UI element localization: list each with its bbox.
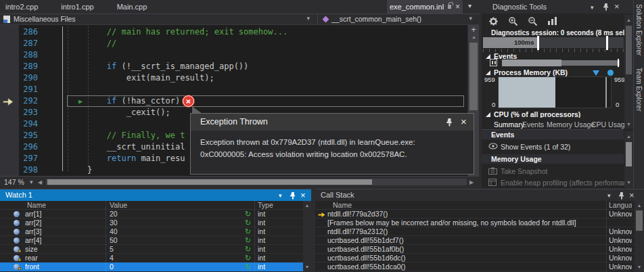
call-stack-frame[interactable]: ucrtbased.dll!55b1dcf7()Unknown (315, 236, 635, 245)
tab-intro1-cpp[interactable]: intro1.cpp (61, 0, 93, 14)
chevron-down-icon[interactable]: ▾ (591, 4, 594, 11)
filter-triangle-icon[interactable] (593, 70, 599, 76)
watch-row[interactable]: front0↻int (0, 263, 303, 271)
diag-tab-cpu-usage[interactable]: CPU Usage (591, 120, 628, 129)
expander-icon[interactable] (486, 112, 490, 117)
editor-horizontal-scrollbar[interactable] (46, 179, 467, 185)
close-icon[interactable]: × (455, 3, 460, 10)
pin-icon[interactable] (603, 3, 610, 12)
diag-tab-events[interactable]: Events (522, 120, 544, 129)
watch-value[interactable]: 4 (110, 254, 114, 262)
scrollbar-thumb[interactable] (626, 26, 632, 74)
refresh-icon[interactable]: ↻ (245, 227, 251, 235)
scroll-up-icon[interactable]: ▲ (635, 203, 644, 208)
chevron-down-icon[interactable]: ▾ (468, 2, 472, 9)
watch-value[interactable]: 0 (110, 263, 114, 271)
diagnostic-graphs-scrollbar[interactable]: ▲ ▼ (624, 15, 633, 129)
call-stack-scrollbar[interactable]: ▲ ▼ (635, 201, 644, 272)
scope-dropdown[interactable]: __scrt_common_main_seh() ▾ (317, 14, 479, 24)
scrollbar-thumb[interactable] (469, 43, 478, 110)
column-divider[interactable] (606, 201, 607, 272)
scroll-down-icon[interactable]: ▼ (624, 122, 633, 127)
chevron-down-icon[interactable]: ▾ (279, 192, 282, 199)
call-stack-frame[interactable]: ucrtbased.dll!55b1d6dc()Unknown (315, 254, 635, 263)
watch-value[interactable]: 20 (110, 210, 118, 218)
call-stack-frame[interactable]: ntdll.dll!779a2d37()Unknown (315, 210, 635, 219)
pin-icon[interactable] (290, 191, 296, 201)
split-handle-icon[interactable]: + (469, 26, 478, 34)
watch-row[interactable]: arr[4]50↻int (0, 236, 303, 245)
scroll-up-icon[interactable]: ▲ (468, 35, 479, 39)
watch-name[interactable]: arr[3] (25, 227, 42, 235)
diag-tab-memory-usage[interactable]: Memory Usage (547, 120, 595, 129)
cpu-section-header[interactable]: CPU (% of all processors) (482, 110, 624, 118)
watch-value[interactable]: 50 (110, 236, 118, 244)
watch-name[interactable]: size (25, 245, 38, 253)
watch-row[interactable]: size5↻int (0, 245, 303, 254)
refresh-icon[interactable]: ↻ (245, 245, 251, 253)
tab-main-cpp[interactable]: Main.cpp (117, 0, 147, 14)
scrollbar-thumb[interactable] (626, 142, 632, 166)
tab-intro2-cpp[interactable]: intro2.cpp (5, 0, 38, 14)
call-stack-frame[interactable]: ucrtbased.dll!55b1dca0()Unknown (315, 263, 635, 271)
column-header-name[interactable]: Name (333, 201, 352, 209)
watch-name[interactable]: arr[2] (25, 219, 42, 227)
watch-row[interactable]: arr[1]20↻int (0, 210, 303, 219)
timeline-track[interactable] (538, 37, 624, 48)
zoom-out-icon[interactable] (528, 16, 538, 28)
run-to-cursor-icon[interactable]: ▶ (78, 95, 83, 107)
sidebar-tab-team-explorer[interactable]: Team Explorer (635, 68, 643, 111)
refresh-icon[interactable]: ↻ (245, 219, 251, 227)
close-icon[interactable]: × (300, 190, 306, 200)
timeline-marker[interactable] (606, 36, 608, 50)
project-dropdown[interactable]: Miscellaneous Files ▾ (0, 14, 317, 24)
call-stack-frame[interactable]: ucrtbased.dll!55b1af0b()Unknown (315, 245, 635, 254)
watch-value[interactable]: 5 (110, 245, 114, 253)
watch-value[interactable]: 40 (110, 227, 118, 235)
scroll-down-icon[interactable]: ▼ (624, 180, 633, 185)
refresh-icon[interactable]: ↻ (245, 210, 251, 218)
scrollbar-thumb[interactable] (47, 179, 372, 185)
column-divider[interactable] (254, 201, 255, 272)
zoom-in-icon[interactable] (508, 16, 518, 28)
refresh-icon[interactable]: ↻ (245, 263, 251, 271)
reset-view-chart-icon[interactable] (547, 16, 557, 27)
watch-name[interactable]: arr[4] (25, 236, 42, 244)
watch-row[interactable]: arr[3]40↻int (0, 227, 303, 236)
expander-icon[interactable] (486, 70, 490, 75)
column-header-name[interactable]: Name (27, 201, 46, 209)
close-icon[interactable]: × (629, 190, 635, 200)
chevron-down-icon[interactable]: ▾ (607, 192, 611, 199)
settings-gear-icon[interactable] (488, 16, 499, 28)
watch-row[interactable]: rear4↻int (0, 254, 303, 263)
watch-name[interactable]: arr[1] (25, 210, 42, 218)
call-stack-titlebar[interactable]: Call Stack ▾ × (315, 189, 644, 201)
scroll-right-icon[interactable]: ▶ (469, 179, 474, 185)
close-icon[interactable]: × (461, 116, 467, 127)
exception-icon[interactable]: × (183, 95, 194, 107)
scroll-up-icon[interactable]: ▲ (624, 134, 633, 139)
call-stack-frame[interactable]: [Frames below may be incorrect and/or mi… (315, 219, 635, 227)
watch-row[interactable]: arr[2]30↻int (0, 219, 303, 227)
zoom-level[interactable]: 147 % (4, 178, 24, 186)
show-events-link[interactable]: Show Events (1 of 32) (501, 143, 570, 151)
diag-tab-summary[interactable]: Summary (494, 120, 524, 129)
pin-icon[interactable] (618, 191, 625, 201)
refresh-icon[interactable]: ↻ (245, 236, 251, 244)
scrollbar-thumb[interactable] (636, 210, 643, 231)
call-stack-frame[interactable]: ntdll.dll!779a2312()Unknown (315, 227, 635, 236)
column-header-type[interactable]: Type (258, 201, 273, 209)
timeline-marker[interactable] (537, 36, 539, 50)
scroll-up-icon[interactable]: ▲ (624, 18, 633, 22)
close-icon[interactable]: × (614, 1, 620, 12)
watch-name[interactable]: front (25, 263, 39, 271)
diagnostic-summary-scrollbar[interactable]: ▲ ▼ (624, 131, 633, 188)
scroll-down-icon[interactable]: ▼ (635, 265, 644, 269)
refresh-icon[interactable]: ↻ (245, 254, 251, 262)
take-snapshot-button[interactable]: Take Snapshot (501, 167, 547, 175)
tab-exe-common-inl[interactable]: exe_common.inl × (387, 0, 463, 14)
column-header-language[interactable]: Language (609, 201, 632, 209)
column-header-value[interactable]: Value (110, 201, 127, 209)
scroll-down-icon[interactable]: ▼ (303, 265, 311, 269)
scroll-up-icon[interactable]: ▲ (303, 203, 311, 208)
